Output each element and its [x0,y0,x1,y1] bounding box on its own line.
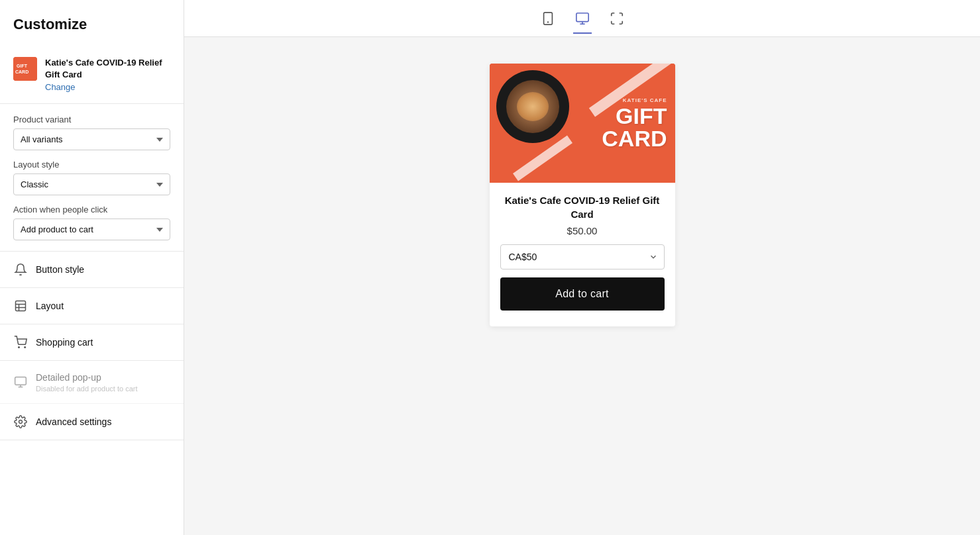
advanced-settings-label: Advanced settings [36,416,111,427]
product-card-image: KATIE'S CAFE GIFT CARD [490,64,675,183]
variant-selector-wrap: CA$50 CA$25 CA$100 [500,244,665,269]
gift-card-visual: KATIE'S CAFE GIFT CARD [490,64,675,183]
main-content: KATIE'S CAFE GIFT CARD Katie's Cafe COVI… [184,0,980,535]
gear-icon [13,414,28,429]
svg-point-7 [19,347,20,348]
svg-point-12 [19,420,23,424]
layout-style-select[interactable]: Classic Modern Minimal [13,173,170,195]
product-name: Katie's Cafe COVID-19 Relief Gift Card [45,57,170,81]
action-click-group: Action when people click Add product to … [13,205,170,240]
cart-icon [13,335,28,350]
layout-style-label: Layout style [13,160,170,170]
product-card-title: Katie's Cafe COVID-19 Relief Gift Card [490,183,675,221]
desktop-view-button[interactable] [573,9,592,28]
nav-item-detailed-popup: Detailed pop-up Disabled for add product… [0,361,184,404]
variant-group: Product variant All variants CA$25 CA$50… [13,115,170,150]
svg-rect-3 [16,301,26,311]
fullscreen-view-button[interactable] [608,9,626,28]
change-product-link[interactable]: Change [45,82,76,92]
action-click-label: Action when people click [13,205,170,215]
gift-card-text-overlay: KATIE'S CAFE GIFT CARD [602,64,667,183]
variant-section: Product variant All variants CA$25 CA$50… [0,104,184,252]
bell-icon [13,262,28,277]
coffee-cup-image [496,70,569,143]
svg-rect-9 [15,377,27,385]
view-toolbar [184,0,980,37]
stripe-decoration-2 [513,136,572,181]
svg-point-8 [25,347,26,348]
popup-icon [13,375,28,389]
nav-item-layout[interactable]: Layout [0,288,184,324]
card-word: CARD [602,127,667,150]
nav-item-shopping-cart[interactable]: Shopping cart [0,324,184,361]
svg-rect-15 [576,13,588,21]
product-info: Katie's Cafe COVID-19 Relief Gift Card C… [45,57,170,93]
layout-style-group: Layout style Classic Modern Minimal [13,160,170,195]
product-card-price: $50.00 [567,225,598,236]
action-click-select[interactable]: Add product to cart Open detailed pop-up… [13,219,170,240]
thumbnail-image: GIFT CARD [13,57,37,81]
gift-word: GIFT [616,105,667,127]
layout-icon [13,299,28,313]
product-thumbnail: GIFT CARD [13,57,37,81]
nav-item-button-style[interactable]: Button style [0,252,184,288]
add-to-cart-button[interactable]: Add to cart [500,277,665,311]
preview-area: KATIE'S CAFE GIFT CARD Katie's Cafe COVI… [184,37,980,535]
layout-label: Layout [36,301,64,311]
sidebar: Customize GIFT CARD Katie's Cafe COVID-1… [0,0,184,535]
detailed-popup-info: Detailed pop-up Disabled for add product… [36,371,137,393]
detailed-popup-label: Detailed pop-up [36,372,101,383]
svg-text:CARD: CARD [15,70,28,74]
variant-label: Product variant [13,115,170,124]
svg-rect-0 [13,57,37,81]
product-card: KATIE'S CAFE GIFT CARD Katie's Cafe COVI… [490,64,675,326]
katies-cafe-label: KATIE'S CAFE [623,97,667,103]
latte-art [506,80,559,133]
page-title: Customize [0,0,184,46]
product-section: GIFT CARD Katie's Cafe COVID-19 Relief G… [0,46,184,104]
nav-item-advanced-settings[interactable]: Advanced settings [0,404,184,440]
product-variant-select[interactable]: CA$50 CA$25 CA$100 [500,244,665,269]
button-style-label: Button style [36,264,84,275]
svg-text:GIFT: GIFT [17,64,28,68]
shopping-cart-label: Shopping cart [36,337,93,348]
detailed-popup-sub: Disabled for add product to cart [36,385,137,393]
mobile-view-button[interactable] [539,9,557,28]
variant-select[interactable]: All variants CA$25 CA$50 CA$100 [13,128,170,150]
